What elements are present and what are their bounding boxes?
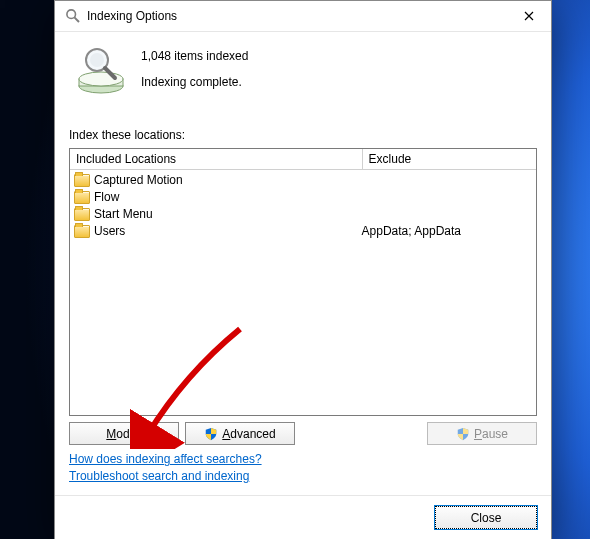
advanced-button[interactable]: Advanced xyxy=(185,422,295,445)
titlebar: Indexing Options xyxy=(55,1,551,32)
status-area: 1,048 items indexed Indexing complete. xyxy=(69,42,537,98)
indexing-options-dialog: Indexing Options 1,048 items indexed Ind… xyxy=(54,0,552,539)
locations-label: Index these locations: xyxy=(69,128,537,142)
modify-button[interactable]: Modify xyxy=(69,422,179,445)
location-name: Captured Motion xyxy=(94,173,183,187)
close-button[interactable]: Close xyxy=(435,506,537,529)
window-title: Indexing Options xyxy=(87,9,507,23)
indexing-options-icon xyxy=(65,8,81,24)
troubleshoot-link[interactable]: Troubleshoot search and indexing xyxy=(69,469,249,483)
column-header-exclude[interactable]: Exclude xyxy=(363,149,536,169)
folder-icon xyxy=(74,191,90,204)
folder-icon xyxy=(74,208,90,221)
svg-point-6 xyxy=(90,53,104,67)
list-item[interactable]: Flow xyxy=(74,189,354,206)
shield-icon xyxy=(456,427,470,441)
indexing-state: Indexing complete. xyxy=(141,72,248,92)
location-name: Flow xyxy=(94,190,119,204)
column-header-included[interactable]: Included Locations xyxy=(70,149,363,169)
shield-icon xyxy=(204,427,218,441)
list-item[interactable]: Users xyxy=(74,223,354,240)
items-indexed-count: 1,048 items indexed xyxy=(141,46,248,66)
exclude-value xyxy=(362,189,532,206)
location-name: Users xyxy=(94,224,125,238)
exclude-value xyxy=(362,172,532,189)
pause-button: Pause xyxy=(427,422,537,445)
magnifier-drive-icon xyxy=(73,42,129,98)
folder-icon xyxy=(74,225,90,238)
svg-point-0 xyxy=(67,10,76,19)
exclude-value xyxy=(362,206,532,223)
close-icon[interactable] xyxy=(507,1,551,31)
how-does-indexing-link[interactable]: How does indexing affect searches? xyxy=(69,452,262,466)
exclude-value: AppData; AppData xyxy=(362,223,532,240)
locations-list[interactable]: Included Locations Exclude Captured Moti… xyxy=(69,148,537,416)
folder-icon xyxy=(74,174,90,187)
list-item[interactable]: Start Menu xyxy=(74,206,354,223)
location-name: Start Menu xyxy=(94,207,153,221)
svg-line-1 xyxy=(74,17,79,22)
list-item[interactable]: Captured Motion xyxy=(74,172,354,189)
